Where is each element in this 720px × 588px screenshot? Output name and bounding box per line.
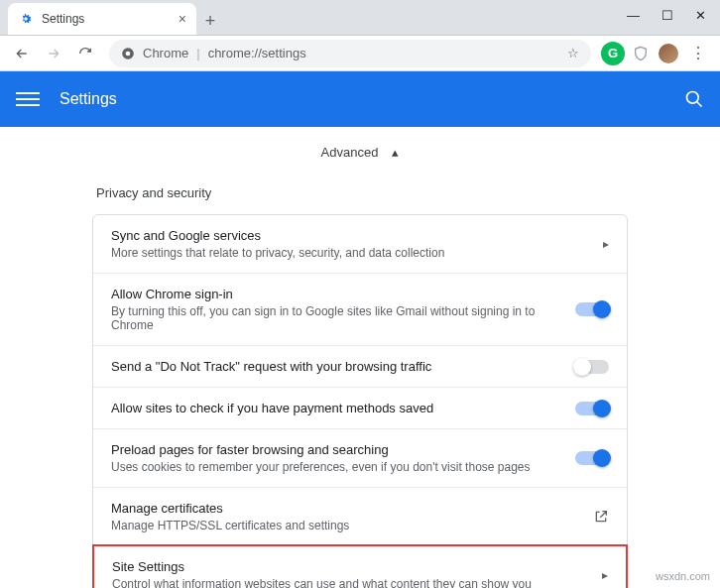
row-title: Manage certificates bbox=[111, 501, 593, 516]
chevron-right-icon: ▸ bbox=[603, 237, 609, 251]
toggle-preload-pages[interactable] bbox=[575, 451, 609, 465]
row-subtitle: More settings that relate to privacy, se… bbox=[111, 246, 603, 260]
profile-avatar[interactable] bbox=[657, 42, 680, 65]
extension-shield-icon[interactable] bbox=[629, 42, 653, 65]
advanced-toggle[interactable]: Advanced ▴ bbox=[0, 127, 720, 177]
row-title: Site Settings bbox=[112, 559, 602, 574]
chevron-up-icon: ▴ bbox=[392, 145, 399, 160]
row-do-not-track[interactable]: Send a "Do Not Track" request with your … bbox=[93, 345, 627, 387]
new-tab-button[interactable]: + bbox=[196, 7, 224, 35]
close-window-button[interactable]: ✕ bbox=[695, 8, 706, 23]
row-title: Allow sites to check if you have payment… bbox=[111, 401, 575, 415]
row-manage-certificates[interactable]: Manage certificates Manage HTTPS/SSL cer… bbox=[93, 487, 627, 545]
settings-card: Sync and Google services More settings t… bbox=[92, 214, 628, 588]
minimize-button[interactable]: — bbox=[627, 8, 640, 23]
settings-appbar: Settings bbox=[0, 71, 720, 127]
row-preload-pages[interactable]: Preload pages for faster browsing and se… bbox=[93, 428, 627, 487]
external-link-icon bbox=[593, 509, 609, 525]
separator: | bbox=[196, 46, 199, 60]
row-subtitle: By turning this off, you can sign in to … bbox=[111, 304, 575, 332]
browser-tab-settings[interactable]: Settings × bbox=[8, 3, 196, 35]
gear-icon bbox=[18, 11, 34, 27]
url-scheme-label: Chrome bbox=[143, 46, 188, 60]
forward-button[interactable] bbox=[40, 40, 67, 67]
row-title: Send a "Do Not Track" request with your … bbox=[111, 359, 575, 374]
privacy-section: Privacy and security Sync and Google ser… bbox=[92, 177, 628, 588]
svg-point-2 bbox=[687, 92, 699, 104]
toggle-do-not-track[interactable] bbox=[575, 360, 609, 374]
svg-point-1 bbox=[126, 51, 131, 56]
row-subtitle: Uses cookies to remember your preference… bbox=[111, 460, 575, 474]
back-button[interactable] bbox=[8, 40, 36, 67]
row-allow-signin[interactable]: Allow Chrome sign-in By turning this off… bbox=[93, 273, 627, 345]
toolbar: Chrome | chrome://settings ☆ G ⋮ bbox=[0, 36, 720, 71]
row-sync[interactable]: Sync and Google services More settings t… bbox=[93, 215, 627, 273]
row-subtitle: Manage HTTPS/SSL certificates and settin… bbox=[111, 519, 593, 532]
row-title: Allow Chrome sign-in bbox=[111, 287, 575, 301]
content-area: Advanced ▴ Privacy and security Sync and… bbox=[0, 127, 720, 588]
watermark: wsxdn.com bbox=[656, 570, 710, 582]
bookmark-star-icon[interactable]: ☆ bbox=[567, 46, 579, 60]
reload-button[interactable] bbox=[71, 40, 99, 67]
url-text: chrome://settings bbox=[208, 46, 306, 60]
extension-grammarly-icon[interactable]: G bbox=[601, 42, 625, 65]
tab-title: Settings bbox=[42, 12, 84, 26]
search-icon[interactable] bbox=[684, 89, 704, 109]
row-payment-methods[interactable]: Allow sites to check if you have payment… bbox=[93, 387, 627, 428]
row-title: Preload pages for faster browsing and se… bbox=[111, 442, 575, 457]
section-title: Privacy and security bbox=[92, 177, 628, 214]
row-subtitle: Control what information websites can us… bbox=[112, 577, 602, 588]
menu-button[interactable]: ⋮ bbox=[684, 40, 712, 67]
maximize-button[interactable]: ☐ bbox=[661, 8, 673, 23]
row-title: Sync and Google services bbox=[111, 228, 603, 243]
address-bar[interactable]: Chrome | chrome://settings ☆ bbox=[109, 40, 591, 67]
close-tab-icon[interactable]: × bbox=[179, 11, 186, 27]
menu-icon[interactable] bbox=[16, 92, 40, 106]
row-site-settings[interactable]: Site Settings Control what information w… bbox=[92, 544, 628, 588]
advanced-label: Advanced bbox=[321, 145, 379, 160]
toggle-allow-signin[interactable] bbox=[575, 302, 609, 316]
window-controls: — ☐ ✕ bbox=[627, 0, 720, 30]
tab-strip: Settings × + bbox=[0, 0, 720, 36]
appbar-title: Settings bbox=[60, 90, 117, 108]
chrome-product-icon bbox=[121, 47, 135, 60]
toggle-payment-methods[interactable] bbox=[575, 402, 609, 415]
chevron-right-icon: ▸ bbox=[602, 568, 608, 582]
